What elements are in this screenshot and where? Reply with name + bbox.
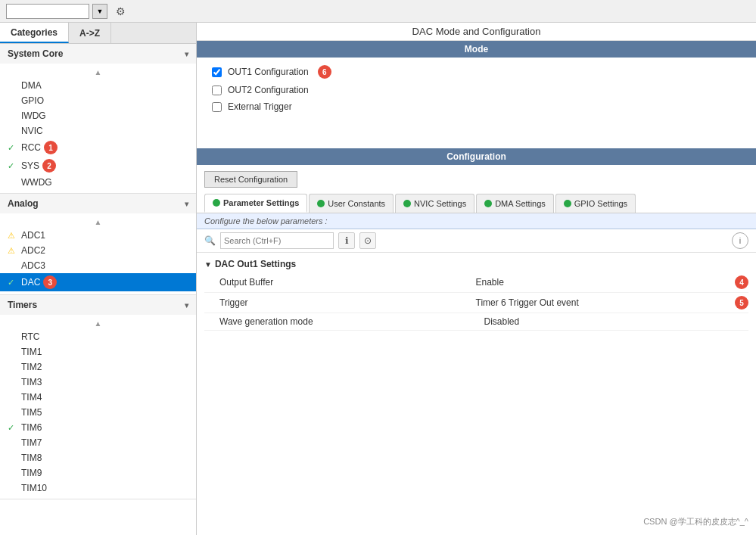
- param-value: Enable: [476, 277, 733, 288]
- tab-dot-dma: [484, 200, 492, 207]
- gear-icon[interactable]: ⚙: [112, 3, 129, 20]
- config-hint: Configure the below parameters :: [197, 213, 756, 229]
- scroll-up-arrow[interactable]: ▲: [0, 216, 196, 228]
- param-group-header[interactable]: ▼DAC Out1 Settings: [204, 256, 748, 272]
- config-tab-param[interactable]: Parameter Settings: [204, 194, 307, 213]
- sidebar-item-label: WWDG: [21, 177, 52, 188]
- param-nav-btn[interactable]: ⊙: [359, 232, 376, 249]
- search-input[interactable]: [6, 4, 89, 19]
- sidebar-item-tim9[interactable]: TIM9: [0, 465, 196, 481]
- param-row: TriggerTimer 6 Trigger Out event5: [204, 293, 748, 313]
- scroll-up-arrow[interactable]: ▲: [0, 318, 196, 329]
- checkbox-out2[interactable]: [212, 86, 222, 95]
- sidebar-item-label: TIM3: [21, 377, 42, 387]
- sidebar-item-tim1[interactable]: TIM1: [0, 344, 196, 359]
- sidebar-item-nvic[interactable]: NVIC: [0, 123, 196, 138]
- sidebar-item-rcc[interactable]: ✓RCC1: [0, 138, 196, 157]
- category-section-analog: Analog▾▲⚠ADC1⚠ADC2ADC3✓DAC3: [0, 194, 196, 295]
- tab-dot-nvic: [403, 200, 411, 207]
- param-toolbar: 🔍 ℹ ⊙ i: [197, 229, 756, 253]
- checkbox-row-ext_trigger: External Trigger: [212, 101, 741, 112]
- sidebar-item-label: NVIC: [21, 126, 43, 136]
- param-value: Disabled: [484, 316, 749, 327]
- config-tabs: Parameter SettingsUser ConstantsNVIC Set…: [197, 194, 756, 213]
- sidebar-item-sys[interactable]: ✓SYS2: [0, 157, 196, 175]
- sidebar: Categories A->Z System Core▾▲DMAGPIOIWDG…: [0, 23, 197, 535]
- right-panel: DAC Mode and Configuration Mode OUT1 Con…: [197, 23, 756, 535]
- param-info-btn[interactable]: ℹ: [338, 232, 355, 249]
- category-items: ▲DMAGPIOIWDGNVIC✓RCC1✓SYS2WWDG: [0, 64, 196, 193]
- param-search-input[interactable]: [220, 232, 334, 249]
- sidebar-item-tim5[interactable]: TIM5: [0, 405, 196, 420]
- badge-param: 5: [735, 296, 748, 309]
- config-tab-label-param: Parameter Settings: [223, 198, 299, 207]
- config-tab-label-user_const: User Constants: [328, 199, 385, 208]
- config-tab-gpio[interactable]: GPIO Settings: [555, 194, 636, 213]
- config-tab-nvic[interactable]: NVIC Settings: [395, 194, 474, 213]
- sidebar-item-tim8[interactable]: TIM8: [0, 450, 196, 465]
- sidebar-item-rtc[interactable]: RTC: [0, 329, 196, 344]
- check-icon: ✓: [8, 143, 14, 153]
- sidebar-item-label: TIM5: [21, 407, 42, 418]
- sidebar-item-adc1[interactable]: ⚠ADC1: [0, 228, 196, 243]
- config-tab-label-dma: DMA Settings: [495, 199, 546, 208]
- category-items: ▲RTCTIM1TIM2TIM3TIM4TIM5✓TIM6TIM7TIM8TIM…: [0, 315, 196, 499]
- sidebar-item-gpio[interactable]: GPIO: [0, 93, 196, 108]
- param-group-label: DAC Out1 Settings: [215, 259, 296, 269]
- badge-out1: 6: [318, 65, 331, 79]
- config-tab-dma[interactable]: DMA Settings: [476, 194, 554, 213]
- sidebar-item-wwdg[interactable]: WWDG: [0, 175, 196, 190]
- checkbox-label-out1: OUT1 Configuration: [228, 67, 309, 77]
- checkbox-out1[interactable]: [212, 67, 222, 77]
- tab-dot-gpio: [564, 200, 571, 207]
- sidebar-item-label: TIM8: [21, 453, 42, 463]
- sidebar-item-tim3[interactable]: TIM3: [0, 375, 196, 390]
- sidebar-item-label: DAC: [21, 277, 40, 288]
- category-header-timers[interactable]: Timers▾: [0, 295, 196, 315]
- param-table: ▼DAC Out1 SettingsOutput BufferEnable4Tr…: [197, 253, 756, 535]
- sidebar-item-label: ADC2: [21, 245, 45, 256]
- tab-categories[interactable]: Categories: [0, 23, 69, 43]
- sidebar-item-label: TIM6: [21, 422, 42, 433]
- sidebar-item-label: RCC: [21, 142, 41, 153]
- scroll-up-arrow[interactable]: ▲: [0, 67, 196, 78]
- tab-atoz[interactable]: A->Z: [69, 23, 111, 43]
- badge-sys: 2: [42, 159, 56, 173]
- sidebar-item-adc2[interactable]: ⚠ADC2: [0, 243, 196, 258]
- sidebar-item-adc3[interactable]: ADC3: [0, 258, 196, 273]
- param-value: Timer 6 Trigger Out event: [476, 297, 733, 308]
- param-name: Output Buffer: [219, 277, 476, 288]
- category-header-system-core[interactable]: System Core▾: [0, 44, 196, 64]
- sidebar-item-dac[interactable]: ✓DAC3: [0, 273, 196, 291]
- sidebar-item-label: SYS: [21, 160, 39, 171]
- sidebar-item-tim6[interactable]: ✓TIM6: [0, 420, 196, 435]
- badge-dac: 3: [43, 275, 57, 289]
- sidebar-item-tim7[interactable]: TIM7: [0, 435, 196, 450]
- sidebar-item-tim2[interactable]: TIM2: [0, 359, 196, 375]
- checkbox-ext_trigger[interactable]: [212, 102, 222, 112]
- sidebar-item-tim4[interactable]: TIM4: [0, 390, 196, 405]
- sidebar-item-dma[interactable]: DMA: [0, 78, 196, 93]
- search-dropdown-btn[interactable]: ▼: [92, 4, 107, 19]
- check-icon: ✓: [8, 423, 14, 433]
- config-tab-label-gpio: GPIO Settings: [574, 199, 627, 208]
- mode-section-header: Mode: [197, 41, 756, 58]
- info-circle-icon[interactable]: i: [732, 232, 748, 249]
- warning-icon: ⚠: [8, 246, 15, 256]
- sidebar-item-label: TIM2: [21, 362, 42, 372]
- chevron-icon: ▾: [185, 301, 188, 309]
- check-icon: ✓: [8, 278, 14, 288]
- category-header-analog[interactable]: Analog▾: [0, 194, 196, 213]
- sidebar-item-iwdg[interactable]: IWDG: [0, 108, 196, 123]
- sidebar-tab-bar: Categories A->Z: [0, 23, 196, 44]
- config-section-header: Configuration: [197, 148, 756, 165]
- sidebar-item-label: TIM9: [21, 468, 42, 478]
- config-tab-user_const[interactable]: User Constants: [309, 194, 394, 213]
- category-label: Timers: [8, 300, 37, 310]
- sidebar-item-tim10[interactable]: TIM10: [0, 481, 196, 496]
- category-items: ▲⚠ADC1⚠ADC2ADC3✓DAC3: [0, 213, 196, 294]
- param-row: Output BufferEnable4: [204, 272, 748, 293]
- reset-config-button[interactable]: Reset Configuration: [204, 171, 297, 188]
- sidebar-item-label: TIM7: [21, 437, 42, 448]
- badge-rcc: 1: [44, 141, 58, 154]
